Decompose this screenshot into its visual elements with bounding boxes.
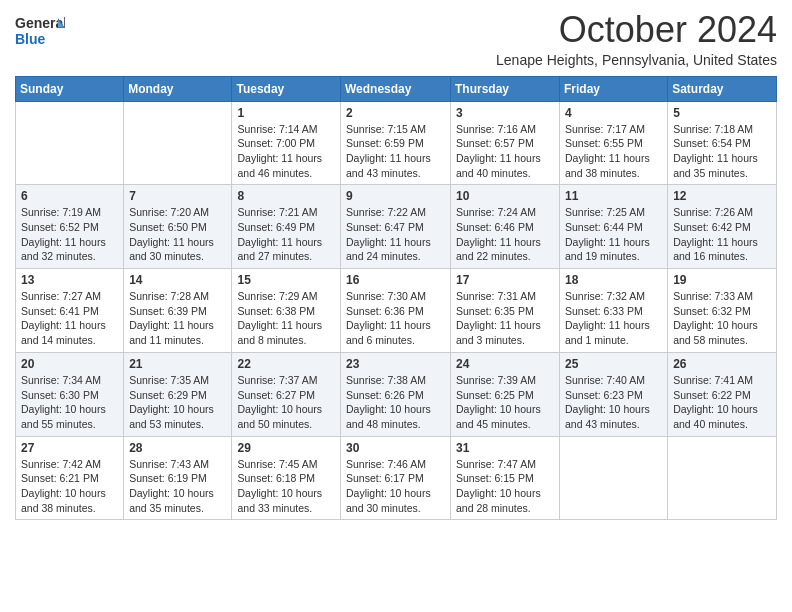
day-cell: 16 Sunrise: 7:30 AMSunset: 6:36 PMDaylig… bbox=[341, 269, 451, 353]
day-cell: 11 Sunrise: 7:25 AMSunset: 6:44 PMDaylig… bbox=[560, 185, 668, 269]
day-info: Sunrise: 7:33 AMSunset: 6:32 PMDaylight:… bbox=[673, 290, 758, 346]
day-cell: 3 Sunrise: 7:16 AMSunset: 6:57 PMDayligh… bbox=[451, 101, 560, 185]
day-cell: 5 Sunrise: 7:18 AMSunset: 6:54 PMDayligh… bbox=[668, 101, 777, 185]
day-info: Sunrise: 7:28 AMSunset: 6:39 PMDaylight:… bbox=[129, 290, 214, 346]
day-info: Sunrise: 7:35 AMSunset: 6:29 PMDaylight:… bbox=[129, 374, 214, 430]
day-cell bbox=[124, 101, 232, 185]
day-number: 27 bbox=[21, 441, 118, 455]
day-info: Sunrise: 7:24 AMSunset: 6:46 PMDaylight:… bbox=[456, 206, 541, 262]
calendar-table: Sunday Monday Tuesday Wednesday Thursday… bbox=[15, 76, 777, 521]
location: Lenape Heights, Pennsylvania, United Sta… bbox=[496, 52, 777, 68]
page: General Blue October 2024 Lenape Heights… bbox=[0, 0, 792, 530]
day-cell: 24 Sunrise: 7:39 AMSunset: 6:25 PMDaylig… bbox=[451, 352, 560, 436]
day-info: Sunrise: 7:37 AMSunset: 6:27 PMDaylight:… bbox=[237, 374, 322, 430]
day-number: 4 bbox=[565, 106, 662, 120]
day-cell: 27 Sunrise: 7:42 AMSunset: 6:21 PMDaylig… bbox=[16, 436, 124, 520]
day-info: Sunrise: 7:31 AMSunset: 6:35 PMDaylight:… bbox=[456, 290, 541, 346]
week-row-5: 27 Sunrise: 7:42 AMSunset: 6:21 PMDaylig… bbox=[16, 436, 777, 520]
week-row-3: 13 Sunrise: 7:27 AMSunset: 6:41 PMDaylig… bbox=[16, 269, 777, 353]
day-cell: 1 Sunrise: 7:14 AMSunset: 7:00 PMDayligh… bbox=[232, 101, 341, 185]
day-number: 7 bbox=[129, 189, 226, 203]
col-tuesday: Tuesday bbox=[232, 76, 341, 101]
day-cell: 13 Sunrise: 7:27 AMSunset: 6:41 PMDaylig… bbox=[16, 269, 124, 353]
day-cell: 7 Sunrise: 7:20 AMSunset: 6:50 PMDayligh… bbox=[124, 185, 232, 269]
day-number: 6 bbox=[21, 189, 118, 203]
col-thursday: Thursday bbox=[451, 76, 560, 101]
day-cell: 29 Sunrise: 7:45 AMSunset: 6:18 PMDaylig… bbox=[232, 436, 341, 520]
day-cell: 21 Sunrise: 7:35 AMSunset: 6:29 PMDaylig… bbox=[124, 352, 232, 436]
day-cell: 23 Sunrise: 7:38 AMSunset: 6:26 PMDaylig… bbox=[341, 352, 451, 436]
day-info: Sunrise: 7:34 AMSunset: 6:30 PMDaylight:… bbox=[21, 374, 106, 430]
day-info: Sunrise: 7:43 AMSunset: 6:19 PMDaylight:… bbox=[129, 458, 214, 514]
day-number: 8 bbox=[237, 189, 335, 203]
col-friday: Friday bbox=[560, 76, 668, 101]
svg-text:General: General bbox=[15, 15, 65, 31]
day-cell: 26 Sunrise: 7:41 AMSunset: 6:22 PMDaylig… bbox=[668, 352, 777, 436]
day-cell bbox=[560, 436, 668, 520]
week-row-2: 6 Sunrise: 7:19 AMSunset: 6:52 PMDayligh… bbox=[16, 185, 777, 269]
day-info: Sunrise: 7:17 AMSunset: 6:55 PMDaylight:… bbox=[565, 123, 650, 179]
col-sunday: Sunday bbox=[16, 76, 124, 101]
day-cell: 12 Sunrise: 7:26 AMSunset: 6:42 PMDaylig… bbox=[668, 185, 777, 269]
day-info: Sunrise: 7:47 AMSunset: 6:15 PMDaylight:… bbox=[456, 458, 541, 514]
day-number: 3 bbox=[456, 106, 554, 120]
day-number: 30 bbox=[346, 441, 445, 455]
day-info: Sunrise: 7:25 AMSunset: 6:44 PMDaylight:… bbox=[565, 206, 650, 262]
day-number: 25 bbox=[565, 357, 662, 371]
day-number: 21 bbox=[129, 357, 226, 371]
day-info: Sunrise: 7:40 AMSunset: 6:23 PMDaylight:… bbox=[565, 374, 650, 430]
header-row: Sunday Monday Tuesday Wednesday Thursday… bbox=[16, 76, 777, 101]
week-row-4: 20 Sunrise: 7:34 AMSunset: 6:30 PMDaylig… bbox=[16, 352, 777, 436]
day-cell: 25 Sunrise: 7:40 AMSunset: 6:23 PMDaylig… bbox=[560, 352, 668, 436]
day-cell: 9 Sunrise: 7:22 AMSunset: 6:47 PMDayligh… bbox=[341, 185, 451, 269]
day-cell: 19 Sunrise: 7:33 AMSunset: 6:32 PMDaylig… bbox=[668, 269, 777, 353]
day-number: 14 bbox=[129, 273, 226, 287]
day-number: 20 bbox=[21, 357, 118, 371]
day-info: Sunrise: 7:32 AMSunset: 6:33 PMDaylight:… bbox=[565, 290, 650, 346]
day-number: 9 bbox=[346, 189, 445, 203]
day-cell: 20 Sunrise: 7:34 AMSunset: 6:30 PMDaylig… bbox=[16, 352, 124, 436]
day-number: 31 bbox=[456, 441, 554, 455]
col-wednesday: Wednesday bbox=[341, 76, 451, 101]
day-info: Sunrise: 7:42 AMSunset: 6:21 PMDaylight:… bbox=[21, 458, 106, 514]
day-number: 19 bbox=[673, 273, 771, 287]
svg-text:Blue: Blue bbox=[15, 31, 46, 47]
day-number: 15 bbox=[237, 273, 335, 287]
header: General Blue October 2024 Lenape Heights… bbox=[15, 10, 777, 68]
week-row-1: 1 Sunrise: 7:14 AMSunset: 7:00 PMDayligh… bbox=[16, 101, 777, 185]
day-number: 12 bbox=[673, 189, 771, 203]
logo-icon: General Blue bbox=[15, 10, 65, 50]
day-cell: 28 Sunrise: 7:43 AMSunset: 6:19 PMDaylig… bbox=[124, 436, 232, 520]
day-cell bbox=[16, 101, 124, 185]
day-info: Sunrise: 7:18 AMSunset: 6:54 PMDaylight:… bbox=[673, 123, 758, 179]
day-number: 13 bbox=[21, 273, 118, 287]
day-cell: 8 Sunrise: 7:21 AMSunset: 6:49 PMDayligh… bbox=[232, 185, 341, 269]
day-info: Sunrise: 7:26 AMSunset: 6:42 PMDaylight:… bbox=[673, 206, 758, 262]
day-cell: 2 Sunrise: 7:15 AMSunset: 6:59 PMDayligh… bbox=[341, 101, 451, 185]
day-info: Sunrise: 7:14 AMSunset: 7:00 PMDaylight:… bbox=[237, 123, 322, 179]
day-cell: 17 Sunrise: 7:31 AMSunset: 6:35 PMDaylig… bbox=[451, 269, 560, 353]
day-number: 24 bbox=[456, 357, 554, 371]
col-saturday: Saturday bbox=[668, 76, 777, 101]
title-block: October 2024 Lenape Heights, Pennsylvani… bbox=[496, 10, 777, 68]
day-cell: 10 Sunrise: 7:24 AMSunset: 6:46 PMDaylig… bbox=[451, 185, 560, 269]
day-cell: 18 Sunrise: 7:32 AMSunset: 6:33 PMDaylig… bbox=[560, 269, 668, 353]
day-number: 16 bbox=[346, 273, 445, 287]
day-cell: 14 Sunrise: 7:28 AMSunset: 6:39 PMDaylig… bbox=[124, 269, 232, 353]
day-number: 11 bbox=[565, 189, 662, 203]
day-info: Sunrise: 7:27 AMSunset: 6:41 PMDaylight:… bbox=[21, 290, 106, 346]
month-year: October 2024 bbox=[496, 10, 777, 50]
day-info: Sunrise: 7:38 AMSunset: 6:26 PMDaylight:… bbox=[346, 374, 431, 430]
day-info: Sunrise: 7:39 AMSunset: 6:25 PMDaylight:… bbox=[456, 374, 541, 430]
day-info: Sunrise: 7:19 AMSunset: 6:52 PMDaylight:… bbox=[21, 206, 106, 262]
col-monday: Monday bbox=[124, 76, 232, 101]
day-info: Sunrise: 7:30 AMSunset: 6:36 PMDaylight:… bbox=[346, 290, 431, 346]
day-cell: 31 Sunrise: 7:47 AMSunset: 6:15 PMDaylig… bbox=[451, 436, 560, 520]
day-info: Sunrise: 7:29 AMSunset: 6:38 PMDaylight:… bbox=[237, 290, 322, 346]
day-info: Sunrise: 7:20 AMSunset: 6:50 PMDaylight:… bbox=[129, 206, 214, 262]
day-info: Sunrise: 7:41 AMSunset: 6:22 PMDaylight:… bbox=[673, 374, 758, 430]
day-number: 10 bbox=[456, 189, 554, 203]
day-cell bbox=[668, 436, 777, 520]
day-info: Sunrise: 7:46 AMSunset: 6:17 PMDaylight:… bbox=[346, 458, 431, 514]
day-cell: 15 Sunrise: 7:29 AMSunset: 6:38 PMDaylig… bbox=[232, 269, 341, 353]
